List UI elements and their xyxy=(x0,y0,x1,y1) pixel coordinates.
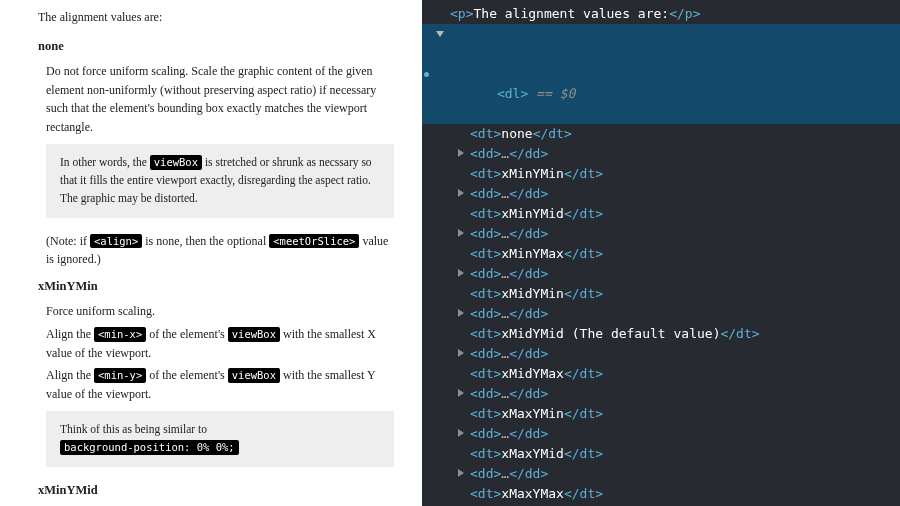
code-viewbox: viewBox xyxy=(228,368,280,383)
code-viewbox: viewBox xyxy=(150,155,202,170)
note-box-none: In other words, the viewBox is stretched… xyxy=(46,144,394,217)
note-pre: Think of this as being similar to xyxy=(60,423,207,435)
dom-node-dd[interactable]: <dd>…</dd> xyxy=(422,144,900,164)
selection-marker-icon xyxy=(422,64,430,84)
expand-arrow-closed-icon[interactable] xyxy=(458,189,464,197)
dom-node-dd[interactable]: <dd>…</dd> xyxy=(422,264,900,284)
dom-node-dd[interactable]: <dd>…</dd> xyxy=(422,384,900,404)
console-ref: == $0 xyxy=(528,86,575,101)
term-xminymin: xMinYMin xyxy=(38,277,394,296)
code-align: <align> xyxy=(90,234,142,249)
code-viewbox: viewBox xyxy=(228,327,280,342)
dom-node-dd[interactable]: <dd>…</dd> xyxy=(422,184,900,204)
dom-node-dt[interactable]: <dt>xMaxYMin</dt> xyxy=(422,404,900,424)
dom-node-p[interactable]: <p>The alignment values are:</p> xyxy=(422,4,900,24)
term-none: none xyxy=(38,37,394,56)
expand-arrow-open-icon[interactable] xyxy=(436,31,444,37)
dom-node-dt[interactable]: <dt>none</dt> xyxy=(422,124,900,144)
dom-node-dt[interactable]: <dt>xMinYMax</dt> xyxy=(422,244,900,264)
after-pre: (Note: if xyxy=(46,234,90,248)
dom-node-dt[interactable]: <dt>xMaxYMax</dt> xyxy=(422,484,900,504)
code-meetorslice: <meetOrSlice> xyxy=(269,234,359,249)
line3: Align the <min-y> of the element's viewB… xyxy=(46,366,394,403)
expand-arrow-closed-icon[interactable] xyxy=(458,309,464,317)
dom-node-dd[interactable]: <dd>…</dd> xyxy=(422,224,900,244)
dom-node-dd[interactable]: <dd>…</dd> xyxy=(422,424,900,444)
dom-node-dt[interactable]: <dt>xMinYMin</dt> xyxy=(422,164,900,184)
desc-xminymin: Force uniform scaling. Align the <min-x>… xyxy=(46,302,394,467)
dom-node-dl-selected[interactable]: <dl> == $0 xyxy=(422,24,900,124)
code-bgpos: background-position: 0% 0%; xyxy=(60,440,239,455)
intro-text: The alignment values are: xyxy=(38,8,394,27)
term-xminymid: xMinYMid xyxy=(38,481,394,500)
split-view: The alignment values are: none Do not fo… xyxy=(0,0,900,506)
dom-node-dt[interactable]: <dt>xMaxYMid</dt> xyxy=(422,444,900,464)
line2: Align the <min-x> of the element's viewB… xyxy=(46,325,394,362)
documentation-pane[interactable]: The alignment values are: none Do not fo… xyxy=(0,0,422,506)
dom-node-dt[interactable]: <dt>xMidYMax</dt> xyxy=(422,364,900,384)
dom-node-dd[interactable]: <dd>…</dd> xyxy=(422,304,900,324)
code-miny: <min-y> xyxy=(94,368,146,383)
note-box-xminymin: Think of this as being similar to backgr… xyxy=(46,411,394,467)
expand-arrow-closed-icon[interactable] xyxy=(458,349,464,357)
code-minx: <min-x> xyxy=(94,327,146,342)
expand-arrow-closed-icon[interactable] xyxy=(458,429,464,437)
dom-node-dd[interactable]: <dd>…</dd> xyxy=(422,344,900,364)
expand-arrow-closed-icon[interactable] xyxy=(458,149,464,157)
desc-none: Do not force uniform scaling. Scale the … xyxy=(46,62,394,269)
definition-list: none Do not force uniform scaling. Scale… xyxy=(38,37,394,506)
dom-node-dd[interactable]: <dd>…</dd> xyxy=(422,464,900,484)
desc-none-text: Do not force uniform scaling. Scale the … xyxy=(46,62,394,136)
dom-node-dt[interactable]: <dt>xMidYMid (The default value)</dt> xyxy=(422,324,900,344)
note-pre: In other words, the xyxy=(60,156,150,168)
expand-arrow-closed-icon[interactable] xyxy=(458,229,464,237)
line1: Force uniform scaling. xyxy=(46,302,394,321)
dom-node-dt[interactable]: <dt>xMidYMin</dt> xyxy=(422,284,900,304)
expand-arrow-closed-icon[interactable] xyxy=(458,269,464,277)
devtools-elements-pane[interactable]: <p>The alignment values are:</p> <dl> ==… xyxy=(422,0,900,506)
expand-arrow-closed-icon[interactable] xyxy=(458,389,464,397)
dom-node-dt[interactable]: <dt>xMinYMid</dt> xyxy=(422,204,900,224)
after-mid: is none, then the optional xyxy=(142,234,269,248)
after-note-none: (Note: if <align> is none, then the opti… xyxy=(46,232,394,269)
expand-arrow-closed-icon[interactable] xyxy=(458,469,464,477)
